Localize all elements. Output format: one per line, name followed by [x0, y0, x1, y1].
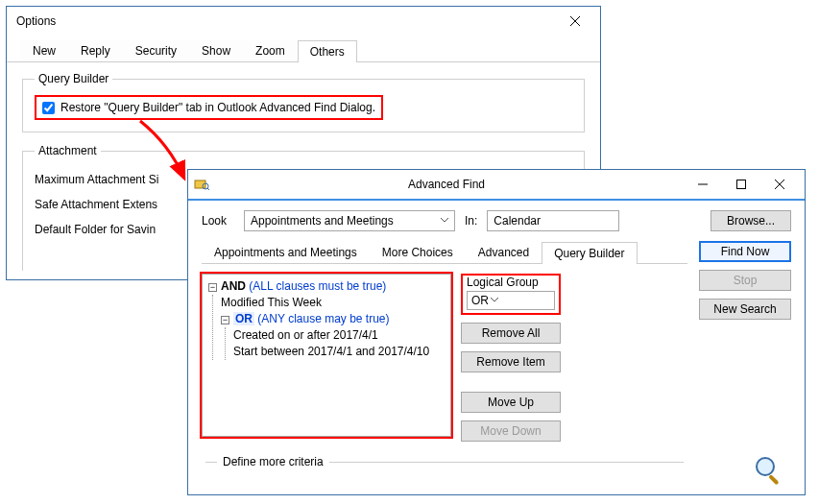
chevron-down-icon [489, 294, 500, 308]
advfind-tabs: Appointments and Meetings More Choices A… [202, 241, 687, 264]
logical-group-select[interactable]: OR [467, 291, 555, 310]
move-up-label: Move Up [488, 396, 534, 409]
svg-rect-6 [737, 180, 746, 189]
logical-group-value: OR [471, 294, 489, 307]
remove-all-label: Remove All [482, 326, 541, 340]
qb-middle-column: Logical Group OR Remove All Remove Item … [461, 274, 561, 442]
move-down-button[interactable]: Move Down [461, 420, 561, 442]
att-legend: Attachment [35, 144, 101, 157]
advfind-titlebar: Advanced Find [188, 170, 805, 199]
qb-checkbox-row[interactable]: Restore "Query Builder" tab in Outlook A… [42, 101, 375, 114]
svg-point-9 [757, 458, 774, 475]
tab-security[interactable]: Security [123, 39, 189, 61]
look-select[interactable]: Appointments and Meetings [244, 210, 455, 231]
browse-button[interactable]: Browse... [711, 210, 791, 231]
minimize-icon [698, 180, 708, 189]
new-search-label: New Search [713, 302, 776, 316]
chevron-down-icon [439, 214, 450, 228]
advfind-max-button[interactable] [722, 171, 760, 198]
and-hint: (ALL clauses must be true) [249, 279, 386, 293]
find-now-button[interactable]: Find Now [699, 241, 791, 262]
svg-rect-10 [768, 474, 779, 485]
tab-query-builder[interactable]: Query Builder [542, 242, 637, 264]
collapse-toggle-or[interactable]: − [221, 316, 229, 324]
qb-checkbox-label: Restore "Query Builder" tab in Outlook A… [60, 101, 375, 114]
tab-new[interactable]: New [20, 39, 68, 61]
advfind-close-button[interactable] [760, 171, 799, 198]
qb-checkbox[interactable] [42, 102, 55, 114]
close-icon [570, 16, 580, 26]
tab-show[interactable]: Show [189, 39, 243, 61]
look-label: Look [202, 214, 234, 228]
or-hint: (ANY clause may be true) [257, 312, 389, 325]
tab-zoom[interactable]: Zoom [243, 39, 298, 61]
clause-start[interactable]: Start between 2017/4/1 and 2017/4/10 [233, 344, 445, 360]
look-row: Look Appointments and Meetings In: Calen… [202, 210, 791, 231]
in-label: In: [465, 214, 477, 228]
in-value: Calendar [494, 214, 541, 228]
clause-created[interactable]: Created on or after 2017/4/1 [233, 327, 445, 344]
look-value: Appointments and Meetings [251, 214, 394, 228]
logical-group-highlight: Logical Group OR [461, 274, 561, 315]
stop-button[interactable]: Stop [699, 270, 791, 291]
magnifier-icon [753, 396, 791, 490]
advfind-right-column: Find Now Stop New Search [699, 239, 791, 490]
close-icon [775, 180, 784, 189]
or-node: OR [233, 312, 254, 325]
tab-others[interactable]: Others [298, 40, 357, 62]
clause-tree[interactable]: −AND (ALL clauses must be true) Modified… [202, 274, 451, 437]
qb-highlight: Restore "Query Builder" tab in Outlook A… [35, 95, 383, 120]
logical-group-label: Logical Group [467, 276, 555, 289]
tab-reply[interactable]: Reply [68, 39, 123, 61]
clause-modified[interactable]: Modified This Week [221, 295, 445, 311]
and-node: AND [221, 279, 246, 293]
remove-item-label: Remove Item [476, 355, 544, 369]
tab-appointments[interactable]: Appointments and Meetings [202, 241, 370, 263]
stop-label: Stop [734, 274, 758, 287]
options-title: Options [12, 14, 56, 28]
collapse-toggle[interactable]: − [208, 283, 217, 292]
query-builder-panel: −AND (ALL clauses must be true) Modified… [202, 264, 687, 442]
querybuilder-group: Query Builder Restore "Query Builder" ta… [22, 72, 585, 132]
qb-legend: Query Builder [35, 72, 112, 85]
options-close-button[interactable] [556, 8, 594, 35]
advfind-title: Advanced Find [209, 178, 684, 191]
remove-all-button[interactable]: Remove All [461, 323, 561, 344]
browse-label: Browse... [727, 214, 775, 228]
move-down-label: Move Down [480, 424, 541, 438]
move-up-button[interactable]: Move Up [461, 392, 561, 413]
in-field[interactable]: Calendar [487, 210, 619, 231]
advanced-find-window: Advanced Find Look Appointments and Meet… [187, 169, 806, 495]
maximize-icon [736, 180, 746, 189]
find-now-label: Find Now [721, 245, 770, 258]
options-titlebar: Options [7, 7, 600, 36]
advfind-min-button[interactable] [684, 171, 722, 198]
remove-item-button[interactable]: Remove Item [461, 351, 561, 372]
advfind-app-icon [194, 177, 209, 192]
options-tabs: New Reply Security Show Zoom Others [7, 36, 600, 62]
new-search-button[interactable]: New Search [699, 299, 791, 320]
define-legend: Define more criteria [217, 455, 329, 468]
tab-more-choices[interactable]: More Choices [370, 241, 466, 263]
tab-advanced[interactable]: Advanced [466, 241, 542, 263]
define-more-criteria: Define more criteria [205, 455, 684, 490]
